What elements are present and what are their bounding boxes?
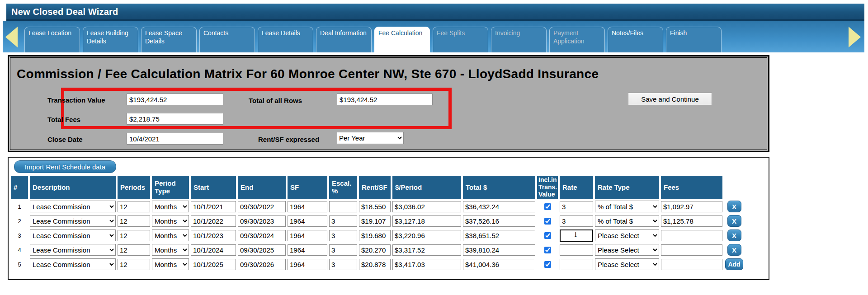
- rate-input[interactable]: [560, 244, 593, 256]
- tab-payment-application[interactable]: Payment Application: [549, 27, 605, 52]
- description-select[interactable]: Lease Commission: [30, 258, 116, 270]
- tab-lease-space-details[interactable]: Lease Space Details: [141, 27, 197, 52]
- rate-type-select[interactable]: % of Total $: [595, 215, 659, 227]
- period-type-select[interactable]: Months: [152, 244, 189, 256]
- description-select[interactable]: Lease Commission: [30, 244, 116, 256]
- rent-per-sf-input[interactable]: [359, 244, 391, 256]
- total-dollars-input[interactable]: [463, 259, 535, 270]
- row-action-button[interactable]: X: [727, 244, 741, 256]
- period-type-select[interactable]: Months: [152, 229, 189, 241]
- fees-input[interactable]: [661, 244, 722, 256]
- escalation-percent-input[interactable]: [329, 259, 357, 270]
- total-fees-input[interactable]: [127, 113, 223, 125]
- tab-finish[interactable]: Finish: [666, 27, 722, 52]
- include-in-transaction-value-checkbox[interactable]: [544, 232, 551, 239]
- column-header: SF: [288, 176, 327, 199]
- rent-sf-expressed-select[interactable]: Per Year: [337, 132, 404, 144]
- start-date-input[interactable]: [191, 259, 236, 270]
- fees-input[interactable]: [661, 201, 722, 212]
- dollars-per-period-input[interactable]: [392, 259, 461, 270]
- total-dollars-input[interactable]: [463, 244, 535, 256]
- tab-fee-calculation[interactable]: Fee Calculation: [374, 27, 430, 52]
- start-date-input[interactable]: [191, 244, 236, 256]
- rent-per-sf-input[interactable]: [359, 201, 391, 212]
- sf-input[interactable]: [288, 215, 327, 227]
- escalation-percent-input[interactable]: [329, 230, 357, 241]
- tab-lease-building-details[interactable]: Lease Building Details: [83, 27, 138, 52]
- row-action-button[interactable]: Add: [725, 258, 743, 270]
- schedule-table-header: # Description Periods Period Type Start …: [11, 176, 722, 199]
- periods-input[interactable]: [118, 259, 150, 270]
- end-date-input[interactable]: [238, 215, 286, 227]
- end-date-input[interactable]: [238, 230, 286, 241]
- rate-input[interactable]: [560, 229, 593, 242]
- include-in-transaction-value-checkbox[interactable]: [544, 218, 551, 225]
- include-in-transaction-value-checkbox[interactable]: [544, 247, 551, 253]
- start-date-input[interactable]: [191, 215, 236, 227]
- sf-input[interactable]: [288, 259, 327, 270]
- scroll-tabs-left-arrow-icon[interactable]: [5, 27, 18, 47]
- dollars-per-period-input[interactable]: [392, 215, 461, 227]
- fees-input[interactable]: [661, 230, 722, 241]
- import-rent-schedule-button[interactable]: Import Rent Schedule data: [14, 160, 116, 173]
- include-in-transaction-value-checkbox[interactable]: [544, 261, 551, 268]
- rate-type-select[interactable]: Please Select: [595, 244, 659, 256]
- description-select[interactable]: Lease Commission: [30, 201, 116, 212]
- row-action-button[interactable]: X: [727, 215, 741, 227]
- rate-type-select[interactable]: Please Select: [595, 258, 659, 270]
- transaction-value-input[interactable]: [127, 94, 223, 105]
- start-date-input[interactable]: [191, 230, 236, 241]
- dollars-per-period-input[interactable]: [392, 230, 461, 241]
- sf-input[interactable]: [288, 201, 327, 212]
- total-dollars-input[interactable]: [463, 201, 535, 212]
- dollars-per-period-input[interactable]: [392, 244, 461, 256]
- total-dollars-input[interactable]: [463, 230, 535, 241]
- total-of-all-rows-input[interactable]: [337, 94, 433, 105]
- periods-input[interactable]: [118, 201, 150, 212]
- row-action-button[interactable]: X: [727, 201, 741, 212]
- include-in-transaction-value-checkbox[interactable]: [544, 203, 551, 210]
- tab-contacts[interactable]: Contacts: [199, 27, 255, 52]
- tab-fee-splits[interactable]: Fee Splits: [433, 27, 488, 52]
- tab-lease-details[interactable]: Lease Details: [258, 27, 313, 52]
- tab-notes-files[interactable]: Notes/Files: [608, 27, 663, 52]
- sf-input[interactable]: [288, 230, 327, 241]
- rate-type-select[interactable]: % of Total $: [595, 201, 659, 212]
- tab-invoicing[interactable]: Invoicing: [491, 27, 547, 52]
- sf-input[interactable]: [288, 244, 327, 256]
- end-date-input[interactable]: [238, 201, 286, 212]
- rate-input[interactable]: [560, 259, 593, 270]
- periods-input[interactable]: [118, 244, 150, 256]
- scroll-tabs-right-arrow-icon[interactable]: [849, 27, 861, 47]
- escalation-percent-input[interactable]: [329, 201, 357, 212]
- dollars-per-period-input[interactable]: [392, 201, 461, 212]
- end-date-input[interactable]: [238, 244, 286, 256]
- escalation-percent-input[interactable]: [329, 244, 357, 256]
- fees-input[interactable]: [661, 259, 722, 270]
- rate-input[interactable]: [560, 215, 593, 227]
- column-header: Description: [30, 176, 116, 199]
- periods-input[interactable]: [118, 215, 150, 227]
- rate-input[interactable]: [560, 201, 593, 212]
- tab-lease-location[interactable]: Lease Location: [24, 27, 80, 52]
- rent-per-sf-input[interactable]: [359, 230, 391, 241]
- rate-type-select[interactable]: Please Select: [595, 229, 659, 241]
- rent-per-sf-input[interactable]: [359, 259, 391, 270]
- close-date-input[interactable]: [127, 133, 223, 145]
- period-type-select[interactable]: Months: [152, 215, 189, 227]
- rent-per-sf-input[interactable]: [359, 215, 391, 227]
- fee-calculation-panel: Commission / Fee Calculation Matrix For …: [8, 55, 769, 152]
- fees-input[interactable]: [661, 215, 722, 227]
- period-type-select[interactable]: Months: [152, 258, 189, 270]
- end-date-input[interactable]: [238, 259, 286, 270]
- periods-input[interactable]: [118, 230, 150, 241]
- start-date-input[interactable]: [191, 201, 236, 212]
- row-action-button[interactable]: X: [727, 229, 741, 241]
- escalation-percent-input[interactable]: [329, 215, 357, 227]
- tab-deal-information[interactable]: Deal Information: [316, 27, 372, 52]
- save-and-continue-button[interactable]: Save and Continue: [628, 93, 712, 105]
- description-select[interactable]: Lease Commission: [30, 215, 116, 227]
- period-type-select[interactable]: Months: [152, 201, 189, 212]
- total-dollars-input[interactable]: [463, 215, 535, 227]
- description-select[interactable]: Lease Commission: [30, 229, 116, 241]
